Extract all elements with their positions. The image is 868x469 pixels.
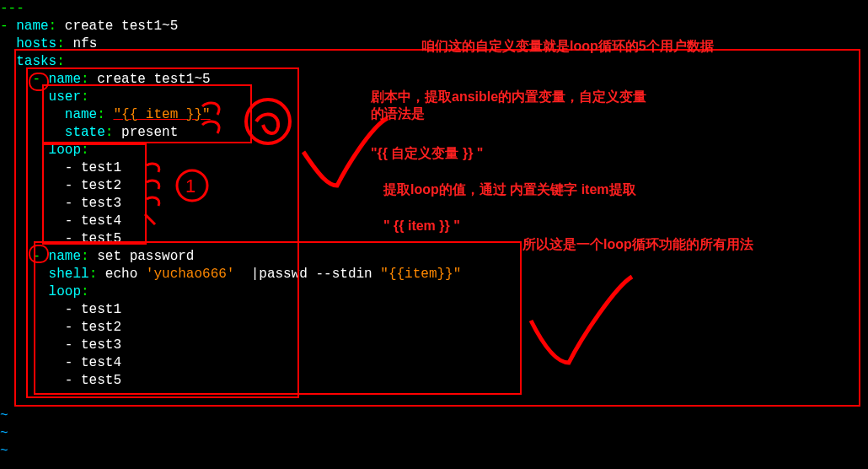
annotation-text-2a: 剧本中，提取ansible的内置变量，自定义变量 bbox=[371, 89, 646, 105]
code-line: loop: bbox=[0, 142, 89, 159]
code-line: shell: echo 'yuchao666' |passwd --stdin … bbox=[0, 266, 461, 283]
code-line: state: present bbox=[0, 124, 178, 142]
code-line: - test1 bbox=[0, 301, 121, 319]
code-line: - test5 bbox=[0, 230, 121, 248]
code-line: - test1 bbox=[0, 159, 121, 177]
code-line: - test4 bbox=[0, 354, 121, 372]
annotation-text-1: 咱们这的自定义变量就是loop循环的5个用户数据 bbox=[421, 38, 714, 55]
svg-text:1: 1 bbox=[185, 175, 196, 197]
code-line: name: "{{ item }}" bbox=[0, 106, 211, 124]
annotation-text-3: "{{ 自定义变量 }} " bbox=[371, 145, 483, 162]
terminal-editor: --- - name: create test1~5 hosts: nfs ta… bbox=[0, 0, 868, 469]
code-line: hosts: nfs bbox=[0, 35, 97, 53]
code-line: - test5 bbox=[0, 372, 121, 390]
code-line: --- bbox=[0, 0, 24, 18]
code-line: - name: create test1~5 bbox=[0, 18, 178, 35]
annotation-text-4: 提取loop的值，通过 内置关键字 item提取 bbox=[383, 181, 636, 198]
vim-tilde: ~ bbox=[0, 407, 8, 425]
scribble-item-marks bbox=[199, 98, 308, 157]
code-line: - test3 bbox=[0, 337, 121, 354]
code-line: - name: create test1~5 bbox=[0, 71, 211, 89]
code-line: - test4 bbox=[0, 213, 121, 230]
svg-point-2 bbox=[246, 100, 290, 143]
scribble-loop-marks: 1 bbox=[143, 160, 236, 245]
code-line: - test3 bbox=[0, 195, 121, 213]
big-check-2 bbox=[522, 270, 640, 380]
code-line: user: bbox=[0, 89, 89, 106]
annotation-text-6: 所以这是一个loop循环功能的所有用法 bbox=[522, 236, 753, 253]
vim-tilde: ~ bbox=[0, 443, 8, 461]
code-line: loop: bbox=[0, 283, 89, 301]
vim-tilde: ~ bbox=[0, 425, 8, 443]
code-line: - name: set password bbox=[0, 248, 194, 266]
svg-point-0 bbox=[177, 170, 207, 201]
annotation-text-5: " {{ item }} " bbox=[383, 218, 460, 234]
code-line: - test2 bbox=[0, 319, 121, 337]
code-line: tasks: bbox=[0, 53, 65, 71]
code-line: - test2 bbox=[0, 177, 121, 195]
annotation-text-2b: 的语法是 bbox=[371, 105, 425, 122]
